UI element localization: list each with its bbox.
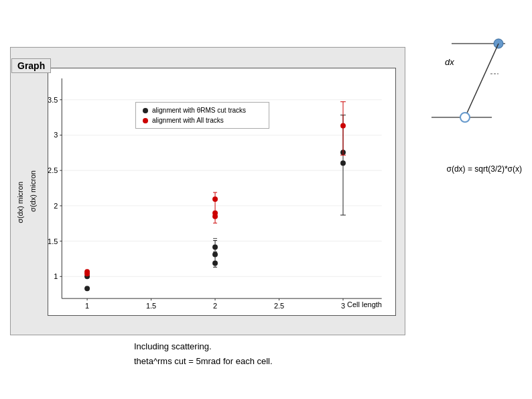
svg-text:1.5: 1.5: [146, 302, 156, 310]
legend-row: alignment with θRMS cut tracks alignment…: [143, 107, 262, 124]
svg-text:1: 1: [54, 272, 58, 280]
legend-box: alignment with θRMS cut tracks alignment…: [135, 102, 269, 129]
diagram-svg: [411, 20, 519, 154]
bottom-line1: Including scattering.: [134, 339, 273, 354]
bottom-text: Including scattering. theta^rms cut = 5m…: [134, 339, 273, 369]
svg-text:3: 3: [341, 302, 345, 310]
svg-text:2.5: 2.5: [48, 166, 58, 174]
y-axis-label: σ(dx) micron: [16, 182, 24, 223]
svg-text:1.5: 1.5: [48, 237, 58, 245]
x-axis-label: Cell length: [347, 300, 382, 308]
svg-point-33: [84, 271, 90, 276]
svg-point-31: [84, 286, 90, 291]
svg-text:3.5: 3.5: [48, 96, 58, 104]
dx-label: dx: [445, 57, 454, 67]
svg-line-59: [465, 44, 498, 117]
y-axis-label-text: σ(dx) micron: [29, 170, 37, 212]
svg-text:2: 2: [213, 302, 217, 310]
graph-title: Graph: [11, 58, 51, 73]
red-marker: [143, 118, 148, 123]
legend-label-black: alignment with θRMS cut tracks: [152, 107, 246, 114]
svg-text:1: 1: [85, 302, 89, 310]
graph-panel: σ(dx) micron: [10, 47, 405, 335]
svg-text:2.5: 2.5: [274, 302, 284, 310]
svg-point-61: [460, 113, 470, 122]
right-diagram: dx: [411, 20, 519, 154]
plot-area: 3.5 3 2.5 2 1.5 1 1 1.5 2 2.5: [48, 68, 396, 316]
svg-text:2: 2: [54, 202, 58, 210]
main-container: Graph σ(dx) micron: [0, 0, 532, 399]
legend-label-red: alignment with All tracks: [152, 117, 224, 124]
legend-item-black: alignment with θRMS cut tracks: [143, 107, 262, 114]
formula-label: σ(dx) = sqrt(3/2)*σ(x): [447, 164, 523, 174]
legend-item-red: alignment with All tracks: [143, 117, 262, 124]
black-marker: [143, 108, 148, 113]
svg-text:3: 3: [54, 131, 58, 139]
bottom-line2: theta^rms cut = 5mrad for each cell.: [134, 354, 273, 369]
